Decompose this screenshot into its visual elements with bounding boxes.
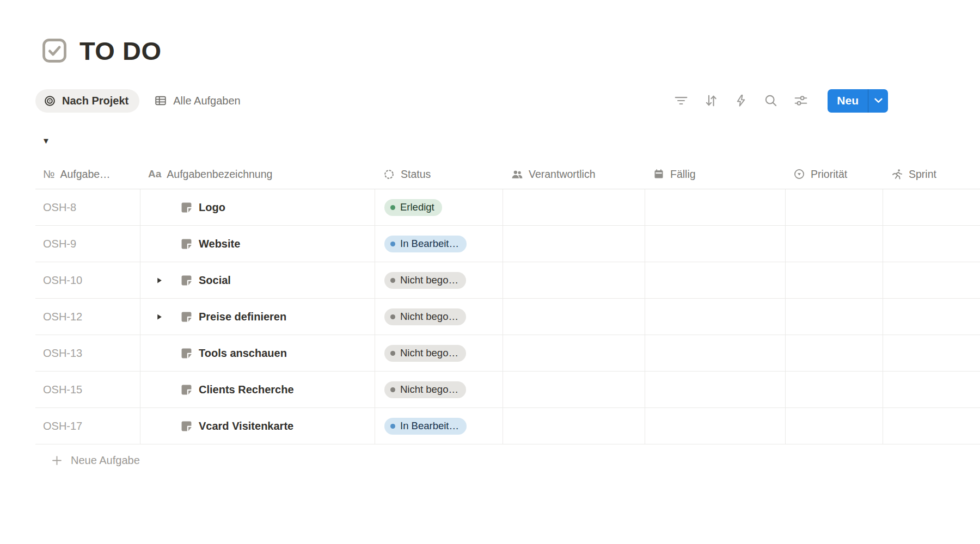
sliders-icon[interactable] — [794, 94, 808, 108]
cell-due[interactable] — [645, 408, 786, 444]
cell-task-id[interactable]: OSH-8 — [35, 189, 140, 225]
status-label: In Bearbeit… — [400, 420, 459, 432]
cell-due[interactable] — [645, 226, 786, 262]
cell-task-id[interactable]: OSH-9 — [35, 226, 140, 262]
cell-priority[interactable] — [786, 299, 883, 335]
cell-sprint[interactable] — [883, 335, 980, 371]
status-badge[interactable]: Nicht bego… — [384, 272, 466, 289]
new-button-chevron-icon[interactable] — [868, 89, 888, 113]
cell-assignee[interactable] — [503, 226, 645, 262]
cell-task-title[interactable]: Tools anschauen — [140, 335, 375, 371]
task-title: Website — [199, 238, 240, 250]
table-row: OSH-13 Tools anschauen Nicht bego… — [35, 335, 980, 372]
cell-priority[interactable] — [786, 335, 883, 371]
cell-task-title[interactable]: Preise definieren — [140, 299, 375, 335]
table-row: OSH-10 Social Nicht bego… — [35, 262, 980, 299]
column-header-status[interactable]: Status — [375, 159, 503, 189]
column-header-priority[interactable]: Priorität — [786, 159, 883, 189]
status-badge[interactable]: Nicht bego… — [384, 345, 466, 362]
status-label: Erledigt — [400, 201, 434, 213]
cell-priority[interactable] — [786, 262, 883, 298]
column-label: Aufgabenbezeichnung — [167, 168, 272, 181]
row-expand-toggle-icon[interactable] — [156, 277, 164, 284]
target-icon — [44, 95, 56, 107]
table-grid-icon — [154, 94, 167, 107]
page-icon — [181, 202, 192, 213]
column-header-sprint[interactable]: Sprint — [883, 159, 980, 189]
cell-task-title[interactable]: Logo — [140, 189, 375, 225]
column-header-assignee[interactable]: Verantwortlich — [503, 159, 645, 189]
cell-sprint[interactable] — [883, 299, 980, 335]
tab-alle-aufgaben[interactable]: Alle Aufgaben — [154, 94, 240, 107]
cell-sprint[interactable] — [883, 189, 980, 225]
cell-status[interactable]: Nicht bego… — [375, 299, 503, 335]
tab-label: Nach Projekt — [62, 95, 128, 107]
cell-task-id[interactable]: OSH-12 — [35, 299, 140, 335]
cell-assignee[interactable] — [503, 372, 645, 407]
cell-due[interactable] — [645, 372, 786, 407]
sort-icon[interactable] — [704, 94, 718, 108]
cell-sprint[interactable] — [883, 226, 980, 262]
cell-status[interactable]: In Bearbeit… — [375, 226, 503, 262]
status-badge[interactable]: Nicht bego… — [384, 308, 466, 325]
group-collapse-toggle[interactable]: ▼ — [42, 136, 54, 145]
view-tabs: Nach Projekt Alle Aufgaben — [35, 89, 241, 113]
status-dot-icon — [390, 278, 395, 283]
status-badge[interactable]: Erledigt — [384, 199, 442, 216]
cell-sprint[interactable] — [883, 262, 980, 298]
page-icon — [181, 311, 192, 323]
status-dot-icon — [390, 205, 395, 210]
cell-sprint[interactable] — [883, 372, 980, 407]
status-badge[interactable]: In Bearbeit… — [384, 236, 467, 252]
cell-task-title[interactable]: Vcard Visitenkarte — [140, 408, 375, 444]
cell-task-id[interactable]: OSH-10 — [35, 262, 140, 298]
cell-task-id[interactable]: OSH-17 — [35, 408, 140, 444]
status-dot-icon — [390, 424, 395, 429]
column-label: Verantwortlich — [529, 168, 595, 181]
task-id: OSH-17 — [43, 420, 82, 432]
new-button[interactable]: Neu — [828, 89, 868, 113]
cell-priority[interactable] — [786, 408, 883, 444]
filter-icon[interactable] — [674, 94, 688, 108]
tab-label: Alle Aufgaben — [173, 95, 240, 107]
cell-task-id[interactable]: OSH-15 — [35, 372, 140, 407]
cell-status[interactable]: Nicht bego… — [375, 262, 503, 298]
column-header-id[interactable]: № Aufgabe… — [35, 159, 140, 189]
cell-sprint[interactable] — [883, 408, 980, 444]
cell-priority[interactable] — [786, 226, 883, 262]
cell-assignee[interactable] — [503, 299, 645, 335]
toolbar: Neu — [674, 89, 888, 113]
cell-assignee[interactable] — [503, 262, 645, 298]
cell-status[interactable]: In Bearbeit… — [375, 408, 503, 444]
cell-status[interactable]: Erledigt — [375, 189, 503, 225]
column-header-title[interactable]: Aa Aufgabenbezeichnung — [140, 159, 375, 189]
cell-due[interactable] — [645, 189, 786, 225]
cell-task-title[interactable]: Clients Recherche — [140, 372, 375, 407]
cell-status[interactable]: Nicht bego… — [375, 335, 503, 371]
cell-due[interactable] — [645, 262, 786, 298]
column-label: Sprint — [909, 168, 936, 181]
cell-task-title[interactable]: Website — [140, 226, 375, 262]
cell-due[interactable] — [645, 335, 786, 371]
column-header-due[interactable]: Fällig — [645, 159, 786, 189]
cell-status[interactable]: Nicht bego… — [375, 372, 503, 407]
cell-priority[interactable] — [786, 189, 883, 225]
task-table: № Aufgabe… Aa Aufgabenbezeichnung Status… — [35, 159, 980, 476]
new-task-label: Neue Aufgabe — [71, 454, 140, 467]
status-badge[interactable]: In Bearbeit… — [384, 418, 467, 435]
cell-due[interactable] — [645, 299, 786, 335]
runner-icon — [891, 168, 903, 181]
tab-nach-projekt[interactable]: Nach Projekt — [35, 89, 139, 113]
cell-assignee[interactable] — [503, 189, 645, 225]
cell-assignee[interactable] — [503, 408, 645, 444]
cell-task-title[interactable]: Social — [140, 262, 375, 298]
search-icon[interactable] — [764, 94, 778, 108]
status-badge[interactable]: Nicht bego… — [384, 381, 466, 398]
cell-task-id[interactable]: OSH-13 — [35, 335, 140, 371]
bolt-icon[interactable] — [734, 94, 748, 108]
row-expand-toggle-icon[interactable] — [156, 313, 164, 320]
cell-priority[interactable] — [786, 372, 883, 407]
cell-assignee[interactable] — [503, 335, 645, 371]
table-row: OSH-9 Website In Bearbeit… — [35, 226, 980, 262]
new-task-button[interactable]: Neue Aufgabe — [35, 444, 980, 476]
